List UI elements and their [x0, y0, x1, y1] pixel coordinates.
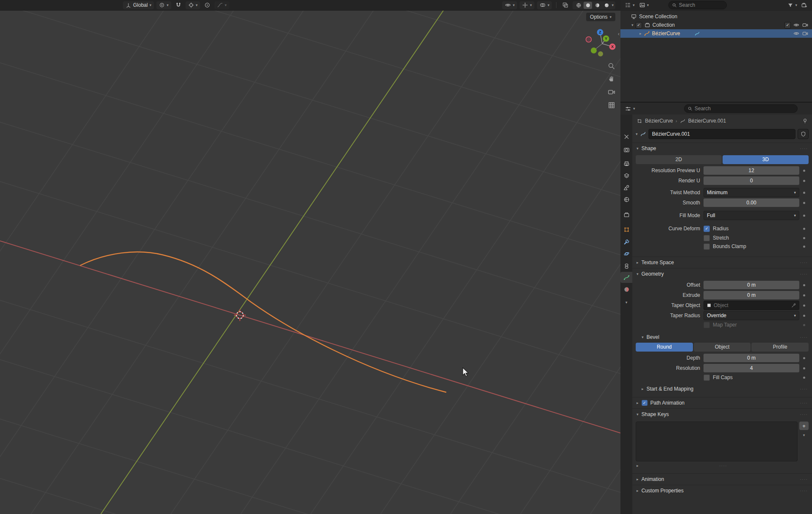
outliner-filter-dropdown[interactable]: ▾ [787, 1, 798, 9]
grip-icon[interactable]: ···· [800, 335, 808, 340]
new-collection-button[interactable] [799, 1, 809, 9]
animate-dot[interactable] [799, 202, 809, 204]
panel-shape-keys-header[interactable]: ▾ Shape Keys ···· [632, 408, 812, 420]
animate-dot[interactable] [799, 357, 809, 359]
animate-dot[interactable] [799, 180, 809, 182]
collection-enable-checkbox[interactable]: ✓ [784, 22, 791, 28]
render-u-field[interactable]: 0 [704, 176, 799, 185]
outliner-display-mode-dropdown[interactable]: ▾ [624, 1, 636, 9]
tab-scene[interactable] [620, 183, 632, 192]
ortho-toggle-button[interactable] [608, 101, 615, 109]
shading-rendered-button[interactable] [602, 2, 611, 9]
editor-type-dropdown[interactable]: ▾ [624, 105, 636, 113]
tab-render[interactable] [620, 145, 632, 154]
panel-shape-header[interactable]: ▾ Shape ···· [632, 142, 812, 154]
animate-dot[interactable] [799, 170, 809, 172]
tab-tool[interactable] [620, 132, 632, 141]
eyedropper-icon[interactable] [791, 303, 796, 308]
panel-animation-header[interactable]: ▸ Animation ···· [632, 473, 812, 485]
tab-output[interactable] [620, 159, 632, 168]
pivot-point-dropdown[interactable]: ▾ [156, 1, 171, 9]
grip-icon[interactable]: ···· [800, 477, 808, 482]
snap-toggle-button[interactable] [174, 1, 183, 9]
animate-dot[interactable] [799, 284, 809, 286]
tab-material[interactable] [620, 285, 632, 294]
panel-geometry-header[interactable]: ▾ Geometry ···· [632, 268, 812, 279]
expand-caret-icon[interactable]: ▸ [637, 464, 639, 468]
grip-icon[interactable]: ···· [800, 146, 808, 151]
bevel-profile-button[interactable]: Profile [751, 343, 809, 352]
shape-key-specials-button[interactable]: ▾ [799, 432, 809, 439]
xray-toggle-button[interactable] [561, 1, 570, 9]
outliner-filter-display-dropdown[interactable]: ▾ [638, 1, 650, 9]
animate-dot[interactable] [799, 377, 809, 379]
tab-collection-properties[interactable] [620, 210, 632, 219]
proportional-editing-button[interactable] [203, 1, 212, 9]
transform-orientation-dropdown[interactable]: Global ▾ [123, 1, 154, 9]
grip-icon[interactable]: ···· [800, 412, 808, 417]
pin-icon[interactable] [802, 118, 808, 124]
shading-solid-button[interactable] [584, 2, 592, 9]
caret-down-icon[interactable]: ▾ [636, 132, 638, 136]
bevel-resolution-field[interactable]: 4 [704, 364, 799, 372]
map-taper-checkbox[interactable]: Map Taper [704, 322, 799, 328]
collection-checkbox[interactable]: ✓ [636, 22, 642, 28]
smooth-field[interactable]: 0.00 [704, 198, 799, 207]
zoom-tool-button[interactable] [608, 62, 615, 70]
navigation-gizmo[interactable]: Z Y X [583, 25, 620, 63]
gizmo-neg-x-handle[interactable] [586, 37, 592, 42]
animate-dot[interactable] [799, 228, 809, 230]
tab-column-overflow[interactable]: ▾ [620, 298, 632, 307]
animate-dot[interactable] [799, 315, 809, 317]
bevel-depth-field[interactable]: 0 m [704, 354, 799, 362]
mode-2d-button[interactable]: 2D [636, 155, 722, 164]
animate-dot[interactable] [799, 237, 809, 239]
object-visibility-dropdown[interactable]: ▾ [502, 1, 517, 9]
stretch-checkbox[interactable]: Stretch [704, 235, 799, 241]
gizmo-neg-z-handle[interactable] [598, 51, 603, 56]
outliner-row-collection[interactable]: ▾ ✓ Collection ✓ [620, 21, 812, 29]
fake-user-button[interactable] [798, 129, 809, 139]
disable-render-camera-icon[interactable] [802, 31, 809, 36]
tab-view-layer[interactable] [620, 171, 632, 180]
hide-eye-icon[interactable] [793, 31, 800, 36]
grip-icon[interactable]: ···· [800, 271, 808, 277]
breadcrumb-data[interactable]: BézierCurve.001 [688, 118, 726, 124]
animate-dot[interactable] [799, 324, 809, 326]
grip-icon[interactable]: ···· [800, 488, 808, 493]
hide-eye-icon[interactable] [793, 22, 800, 28]
resolution-preview-field[interactable]: 12 [704, 166, 799, 175]
tab-world[interactable] [620, 195, 632, 204]
grip-icon[interactable]: ···· [719, 463, 727, 468]
breadcrumb-object[interactable]: BézierCurve [645, 118, 673, 124]
radius-checkbox[interactable]: ✓ Radius [704, 226, 799, 232]
animate-dot[interactable] [799, 246, 809, 248]
tab-object-data[interactable] [620, 272, 632, 283]
taper-radius-dropdown[interactable]: Override ▾ [704, 311, 799, 320]
panel-bevel-header[interactable]: ▾ Bevel ···· [632, 332, 812, 343]
tab-object[interactable] [620, 225, 632, 234]
animate-dot[interactable] [799, 294, 809, 296]
tab-physics[interactable] [620, 249, 632, 258]
proportional-falloff-dropdown[interactable]: ▾ [214, 1, 229, 9]
camera-view-button[interactable] [608, 88, 615, 96]
animate-dot[interactable] [799, 215, 809, 217]
shading-wireframe-button[interactable] [574, 2, 583, 9]
path-animation-checkbox[interactable]: ✓ [642, 400, 648, 406]
bevel-round-button[interactable]: Round [636, 343, 693, 352]
expand-caret-icon[interactable]: ▸ [640, 32, 642, 36]
panel-path-animation-header[interactable]: ▸ ✓ Path Animation ···· [632, 397, 812, 408]
panel-texture-space-header[interactable]: ▸ Texture Space ···· [632, 257, 812, 268]
fill-mode-dropdown[interactable]: Full ▾ [704, 211, 799, 220]
extrude-field[interactable]: 0 m [704, 291, 799, 299]
outliner-row-bezier-curve[interactable]: ▸ BézierCurve [620, 29, 812, 38]
twist-method-dropdown[interactable]: Minimum ▾ [704, 188, 799, 197]
offset-field[interactable]: 0 m [704, 281, 799, 289]
properties-search-input[interactable]: Search [684, 104, 798, 113]
disable-render-camera-icon[interactable] [802, 22, 809, 28]
datablock-name-field[interactable]: BézierCurve.001 [648, 129, 795, 139]
tab-constraints[interactable] [620, 261, 632, 271]
panel-start-end-mapping-header[interactable]: ▸ Start & End Mapping ···· [632, 383, 812, 394]
outliner-row-scene-collection[interactable]: Scene Collection [620, 12, 812, 21]
panel-custom-properties-header[interactable]: ▸ Custom Properties ···· [632, 485, 812, 496]
